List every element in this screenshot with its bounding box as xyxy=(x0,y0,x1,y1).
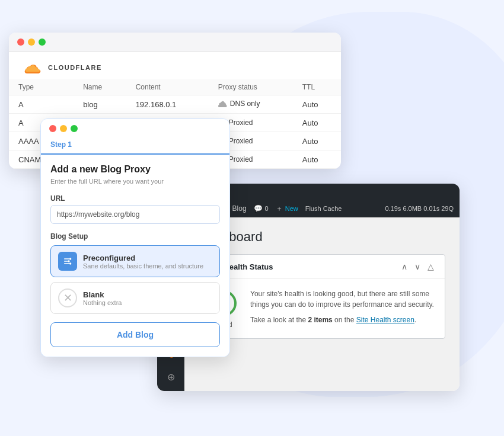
svg-rect-1 xyxy=(64,261,68,262)
cloud-gray-icon xyxy=(218,100,228,107)
blank-text: Blank Nothing extra xyxy=(83,290,122,306)
row-ttl: Auto xyxy=(293,95,341,114)
row-content: 192.168.0.1 xyxy=(126,95,209,114)
modal-tl-red[interactable] xyxy=(49,125,56,132)
table-row: A blog 192.168.0.1 DNS only Auto xyxy=(9,95,341,114)
cf-logo-text: CLOUDFLARE xyxy=(48,64,102,71)
cf-titlebar xyxy=(9,33,341,52)
sliders-icon xyxy=(63,257,72,266)
comment-count: 0 xyxy=(265,205,269,212)
row-name: blog xyxy=(74,95,126,114)
col-proxy-status: Proxy status xyxy=(209,79,293,95)
plus-icon: ＋ xyxy=(276,204,283,214)
add-blog-button[interactable]: Add Blog xyxy=(50,322,220,347)
row-type: A xyxy=(9,95,74,114)
comment-icon: 💬 xyxy=(254,204,263,213)
row-ttl: Auto xyxy=(293,132,341,150)
row-ttl: Auto xyxy=(293,150,341,169)
widget-controls: ∧ ∨ △ xyxy=(399,261,436,272)
setup-label: Blog Setup xyxy=(50,232,220,241)
modal-subtitle: Enter the full URL where you want your xyxy=(50,177,220,186)
wp-page-title: Dashboard xyxy=(199,229,445,245)
health-text-2: Take a look at the 2 items on the Site H… xyxy=(250,315,435,325)
col-content: Content xyxy=(126,79,209,95)
modal-body: Add a new Blog Proxy Enter the full URL … xyxy=(41,155,229,357)
flush-label: Flush Cache xyxy=(305,205,342,212)
preconfigured-title: Preconfigured xyxy=(83,254,203,262)
url-label: URL xyxy=(50,194,220,203)
col-type: Type xyxy=(9,79,74,95)
url-input[interactable] xyxy=(50,205,220,224)
new-label: New xyxy=(285,205,298,212)
row-proxy: DNS only xyxy=(209,95,293,114)
tl-red[interactable] xyxy=(17,39,24,46)
svg-point-4 xyxy=(68,261,69,262)
widget-header: Site Health Status ∧ ∨ △ xyxy=(199,255,445,279)
tl-green[interactable] xyxy=(39,39,46,46)
svg-point-5 xyxy=(69,263,71,265)
new-item[interactable]: ＋ New xyxy=(276,204,298,214)
blank-icon: ✕ xyxy=(58,288,77,307)
blank-title: Blank xyxy=(83,290,122,299)
widget-collapse-down[interactable]: ∨ xyxy=(412,261,423,272)
widget-toggle[interactable]: △ xyxy=(425,261,436,272)
widget-body: Good Your site's health is looking good,… xyxy=(199,279,445,338)
health-items-count: 2 items xyxy=(308,316,332,324)
svg-point-3 xyxy=(69,258,71,260)
preconfigured-icon xyxy=(58,252,77,271)
site-health-widget: Site Health Status ∧ ∨ △ Good xyxy=(199,254,445,339)
comments-item[interactable]: 💬 0 xyxy=(254,204,269,213)
widget-collapse-up[interactable]: ∧ xyxy=(399,261,410,272)
cloudflare-logo-icon xyxy=(21,60,44,75)
preconfigured-text: Preconfigured Sane defaults, basic theme… xyxy=(83,254,203,270)
modal-step: Step 1 xyxy=(41,138,229,155)
modal-tl-yellow[interactable] xyxy=(60,125,67,132)
col-name: Name xyxy=(74,79,126,95)
sidebar-plugins-icon[interactable]: ⊕ xyxy=(165,369,177,385)
x-icon: ✕ xyxy=(63,291,72,304)
preconfigured-desc: Sane defaults, basic theme, and structur… xyxy=(83,262,203,270)
add-blog-modal: Step 1 Add a new Blog Proxy Enter the fu… xyxy=(40,118,230,357)
col-ttl: TTL xyxy=(293,79,341,95)
cf-logo-area: CLOUDFLARE xyxy=(9,52,341,79)
modal-title: Add a new Blog Proxy xyxy=(50,164,220,175)
modal-tl-green[interactable] xyxy=(71,125,78,132)
flush-cache-item[interactable]: Flush Cache xyxy=(305,205,342,212)
tl-yellow[interactable] xyxy=(28,39,35,46)
cf-logo: CLOUDFLARE xyxy=(21,60,329,75)
row-ttl: Auto xyxy=(293,114,341,132)
health-text-1: Your site's health is looking good, but … xyxy=(250,288,435,310)
preconfigured-option[interactable]: Preconfigured Sane defaults, basic theme… xyxy=(50,245,220,277)
wp-stats: 0.19s 6.0MB 0.01s 29Q xyxy=(385,205,454,212)
blank-option[interactable]: ✕ Blank Nothing extra xyxy=(50,282,220,314)
modal-titlebar xyxy=(41,119,229,138)
health-description: Your site's health is looking good, but … xyxy=(250,288,435,325)
site-health-link[interactable]: Site Health screen xyxy=(356,316,414,324)
svg-rect-0 xyxy=(64,259,69,259)
proxy-badge-gray: DNS only xyxy=(218,100,260,108)
svg-rect-2 xyxy=(64,264,69,264)
blank-desc: Nothing extra xyxy=(83,299,122,306)
